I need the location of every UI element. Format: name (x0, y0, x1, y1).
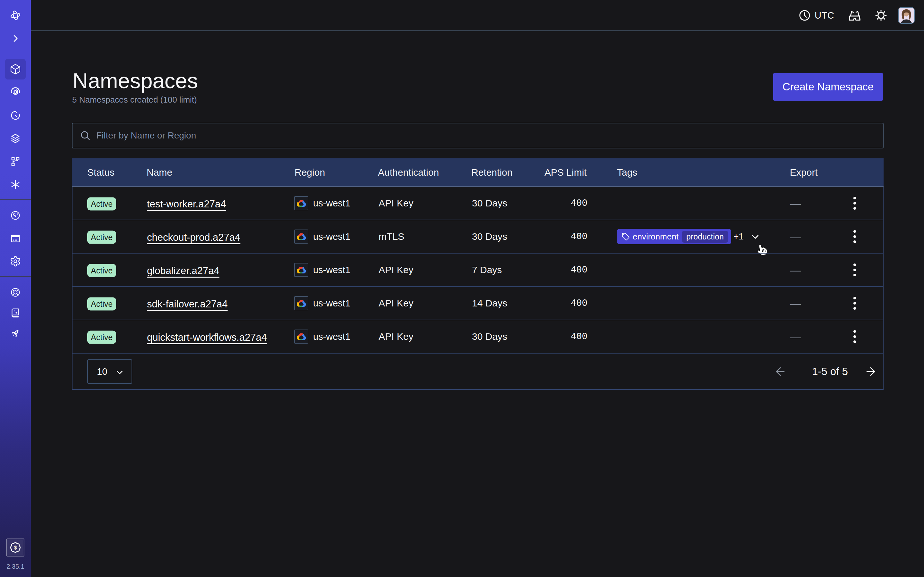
svg-text:$: $ (14, 545, 17, 550)
